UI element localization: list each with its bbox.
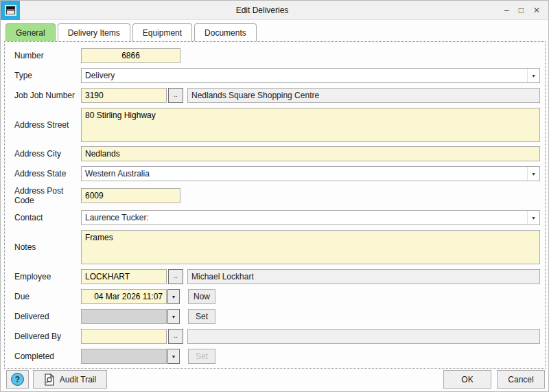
employee-input[interactable] bbox=[81, 269, 167, 284]
delivered-by-label: Delivered By bbox=[10, 332, 81, 341]
window-controls: – □ ✕ bbox=[504, 6, 548, 14]
tab-general[interactable]: General bbox=[5, 23, 56, 41]
general-tab-panel: Number Type Delivery ▼ Job Job Number ..… bbox=[4, 41, 546, 369]
help-button[interactable]: ? bbox=[6, 370, 29, 389]
completed-datetime-input bbox=[81, 349, 167, 364]
tab-strip: General Delivery Items Equipment Documen… bbox=[5, 23, 257, 41]
address-state-select[interactable]: Western Australia ▼ bbox=[81, 166, 540, 181]
employee-label: Employee bbox=[10, 272, 81, 281]
tab-delivery-items[interactable]: Delivery Items bbox=[58, 23, 130, 41]
window-glyph-icon bbox=[5, 5, 16, 16]
chevron-down-icon[interactable]: ▼ bbox=[527, 69, 539, 82]
type-select[interactable]: Delivery ▼ bbox=[81, 68, 540, 83]
tab-equipment[interactable]: Equipment bbox=[132, 23, 192, 41]
type-selected-value: Delivery bbox=[85, 71, 115, 80]
address-state-label: Address State bbox=[10, 169, 81, 178]
row-delivered: Delivered ▼ Set bbox=[10, 309, 540, 324]
job-name-readonly: Nedlands Square Shopping Centre bbox=[187, 88, 540, 103]
delivered-calendar-dropdown-icon[interactable]: ▼ bbox=[167, 309, 180, 324]
notes-label: Notes bbox=[10, 242, 81, 252]
edit-deliveries-dialog: Edit Deliveries – □ ✕ General Delivery I… bbox=[0, 0, 549, 392]
help-icon: ? bbox=[11, 373, 24, 386]
delivered-by-input[interactable] bbox=[81, 329, 167, 344]
chevron-down-icon[interactable]: ▼ bbox=[527, 167, 539, 181]
app-icon bbox=[1, 1, 20, 20]
due-datetime-input[interactable] bbox=[81, 289, 167, 304]
row-contact: Contact Laurence Tucker: ▼ bbox=[10, 210, 540, 225]
address-post-code-input[interactable] bbox=[81, 188, 180, 203]
row-delivered-by: Delivered By .. bbox=[10, 329, 540, 344]
due-now-button[interactable]: Now bbox=[188, 289, 215, 304]
row-address-state: Address State Western Australia ▼ bbox=[10, 166, 540, 181]
row-address-street: Address Street 80 Stirling Highway bbox=[10, 108, 540, 142]
contact-label: Contact bbox=[10, 213, 81, 222]
address-state-selected-value: Western Australia bbox=[85, 169, 150, 178]
delivered-by-name-readonly bbox=[187, 329, 540, 344]
delivered-by-browse-button[interactable]: .. bbox=[168, 329, 183, 344]
address-street-label: Address Street bbox=[10, 120, 81, 130]
number-label: Number bbox=[10, 51, 81, 60]
employee-name-readonly: Michael Lockhart bbox=[187, 269, 540, 284]
address-city-label: Address City bbox=[10, 149, 81, 159]
completed-calendar-dropdown-icon: ▼ bbox=[167, 349, 180, 364]
row-notes: Notes Frames bbox=[10, 230, 540, 264]
row-job-number: Job Job Number .. Nedlands Square Shoppi… bbox=[10, 88, 540, 103]
notes-textarea[interactable]: Frames bbox=[81, 230, 540, 264]
ok-button[interactable]: OK bbox=[443, 370, 491, 389]
audit-trail-button[interactable]: Audit Trail bbox=[33, 370, 107, 389]
job-number-label: Job Job Number bbox=[10, 91, 81, 100]
cancel-button[interactable]: Cancel bbox=[497, 370, 545, 389]
due-label: Due bbox=[10, 292, 81, 301]
due-calendar-dropdown-icon[interactable]: ▼ bbox=[167, 289, 180, 304]
audit-document-icon bbox=[44, 373, 55, 386]
minimize-icon[interactable]: – bbox=[504, 6, 509, 14]
window-title: Edit Deliveries bbox=[20, 5, 504, 15]
row-due: Due ▼ Now bbox=[10, 289, 540, 304]
row-address-post-code: Address Post Code bbox=[10, 186, 540, 205]
completed-set-button: Set bbox=[188, 349, 215, 364]
job-browse-button[interactable]: .. bbox=[168, 88, 183, 103]
title-bar: Edit Deliveries – □ ✕ bbox=[1, 1, 548, 20]
row-employee: Employee .. Michael Lockhart bbox=[10, 269, 540, 284]
tab-documents[interactable]: Documents bbox=[194, 23, 257, 41]
delivered-label: Delivered bbox=[10, 312, 81, 321]
row-completed: Completed ▼ Set bbox=[10, 349, 540, 364]
close-icon[interactable]: ✕ bbox=[533, 6, 540, 14]
job-number-input[interactable] bbox=[81, 88, 167, 103]
address-post-code-label: Address Post Code bbox=[10, 186, 81, 205]
completed-label: Completed bbox=[10, 351, 81, 361]
chevron-down-icon[interactable]: ▼ bbox=[527, 211, 539, 224]
maximize-icon[interactable]: □ bbox=[519, 6, 524, 14]
number-input[interactable] bbox=[81, 48, 180, 63]
type-label: Type bbox=[10, 71, 81, 80]
row-number: Number bbox=[10, 48, 540, 63]
row-type: Type Delivery ▼ bbox=[10, 68, 540, 83]
address-street-textarea[interactable]: 80 Stirling Highway bbox=[81, 108, 540, 142]
audit-trail-label: Audit Trail bbox=[60, 375, 96, 384]
row-address-city: Address City bbox=[10, 146, 540, 161]
contact-selected-value: Laurence Tucker: bbox=[85, 213, 149, 222]
delivered-set-button[interactable]: Set bbox=[188, 309, 215, 324]
delivered-datetime-input[interactable] bbox=[81, 309, 167, 324]
address-city-input[interactable] bbox=[81, 146, 540, 161]
employee-browse-button[interactable]: .. bbox=[168, 269, 183, 284]
contact-select[interactable]: Laurence Tucker: ▼ bbox=[81, 210, 540, 225]
